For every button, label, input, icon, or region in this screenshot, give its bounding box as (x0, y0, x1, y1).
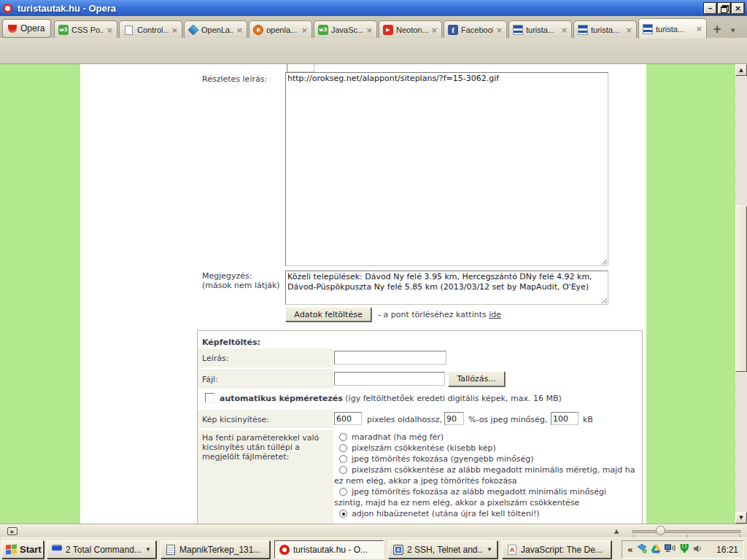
opera-menu-icon (8, 25, 17, 33)
tab-facebook[interactable]: fFacebook× (444, 20, 507, 39)
pdf-icon: A (508, 545, 516, 555)
address-bar: ← → ↻ http://turistautak.hu/poi.php?acti… (0, 38, 747, 64)
w3schools-icon: w3 (58, 25, 69, 35)
image-description-label: Leírás: (202, 354, 228, 363)
radio-icon[interactable] (339, 488, 347, 496)
tab-css[interactable]: w3CSS Po...× (54, 20, 117, 39)
shrink-label: Kép kicsinyítése: (202, 415, 269, 424)
radio-option[interactable]: jpeg tömörítés fokozása az alább megadot… (334, 486, 636, 508)
google-drive-icon[interactable] (651, 542, 661, 556)
turistautak-icon (578, 25, 588, 35)
taskbar-button-pdf[interactable]: A JavaScript: The De... (502, 540, 611, 559)
group-dropdown-icon[interactable]: ▼ (145, 546, 151, 553)
tab-neoton[interactable]: ▶Neoton...× (379, 20, 442, 39)
file-label: Fájl: (202, 375, 218, 384)
tab-javascript[interactable]: w3JavaSc...× (314, 20, 377, 39)
dropbox-icon[interactable] (637, 542, 647, 556)
radio-option[interactable]: maradhat (ha még fér) (334, 432, 636, 443)
file-input[interactable] (334, 372, 445, 386)
tab-list-chevron-icon[interactable]: ▾ (731, 26, 735, 35)
radio-icon[interactable] (339, 466, 347, 474)
tab-close-icon[interactable]: × (107, 26, 113, 35)
zoom-slider-handle[interactable] (656, 526, 665, 535)
network-signal-icon[interactable] (665, 542, 676, 556)
start-button[interactable]: Start (1, 540, 44, 559)
vertical-scrollbar[interactable]: ▲ ▼ (735, 64, 747, 524)
tab-turista-1[interactable]: turista...× (508, 20, 572, 39)
turistautak-icon (643, 24, 653, 34)
restore-button[interactable] (718, 3, 730, 14)
scroll-down-button[interactable]: ▼ (735, 512, 747, 524)
image-upload-heading: Képfeltöltés: (202, 338, 260, 347)
tab-close-icon[interactable]: × (171, 26, 178, 35)
new-tab-button[interactable]: + (709, 23, 725, 36)
tab-close-icon[interactable]: × (561, 26, 568, 35)
tab-close-icon[interactable]: × (301, 26, 308, 35)
tab-openla[interactable]: openla...× (249, 20, 312, 39)
zoom-up-icon[interactable]: ▲ (614, 528, 619, 534)
upload-data-button[interactable]: Adatok feltöltése (285, 307, 371, 322)
tab-close-icon[interactable]: × (696, 24, 703, 34)
radio-option[interactable]: jpeg tömörítés fokozása (gyengébb minősé… (334, 454, 636, 464)
scroll-up-button[interactable]: ▲ (735, 64, 747, 76)
close-button[interactable]: × (732, 3, 744, 14)
max-kb-input[interactable] (551, 412, 578, 425)
zoom-slider-track[interactable] (632, 530, 741, 533)
system-tray: « Ψ 16:21 (622, 540, 744, 559)
compass-icon (253, 25, 263, 35)
notepad-icon (166, 545, 175, 555)
clipped-top-input[interactable] (287, 64, 314, 72)
tab-close-icon[interactable]: × (236, 26, 243, 35)
radio-selected-icon[interactable] (339, 510, 347, 518)
opera-icon (279, 545, 290, 555)
turistautak-icon (513, 25, 523, 35)
tab-control[interactable]: Control...× (119, 20, 182, 39)
oversize-radio-group: maradhat (ha még fér) pixelszám csökkent… (334, 432, 636, 519)
windows-flag-icon (6, 544, 17, 555)
page-viewport: Részletes leírás: http://orokseg.net/ala… (0, 64, 747, 524)
volume-icon[interactable] (693, 542, 703, 556)
image-description-input[interactable] (334, 351, 446, 365)
taskbar-button-total-commander[interactable]: 2 Total Command... ▼ (47, 540, 156, 559)
psi-app-icon[interactable]: Ψ (680, 544, 689, 555)
opera-menu-button[interactable]: Opera (2, 19, 51, 38)
comment-sublabel: (mások nem látják) (202, 281, 280, 290)
youtube-icon: ▶ (383, 25, 393, 35)
auto-resize-checkbox[interactable] (205, 393, 214, 402)
tab-openlayers[interactable]: OpenLa...× (184, 20, 247, 39)
browse-button[interactable]: Tallózás... (448, 371, 505, 386)
opera-menu-label: Opera (20, 23, 44, 34)
taskbar-button-ssh[interactable]: 2 SSH, Telnet and... ▼ (388, 540, 498, 559)
tab-close-icon[interactable]: × (496, 26, 503, 35)
group-dropdown-icon[interactable]: ▼ (487, 546, 492, 553)
comment-textarea[interactable]: Közeli települések: Dávod Ny felé 3.95 k… (285, 271, 608, 305)
tab-turista-active[interactable]: turista...× (638, 18, 707, 39)
start-label: Start (20, 544, 42, 555)
radio-option[interactable]: pixelszám csökkentése (kisebb kép) (334, 443, 636, 454)
panel-toggle-icon[interactable]: ▶ (7, 527, 18, 535)
auto-resize-label: automatikus képméretezés (így feltölthet… (220, 394, 562, 403)
tab-turista-2[interactable]: turista...× (573, 20, 637, 39)
scrollbar-thumb[interactable] (735, 206, 747, 372)
delete-point-link[interactable]: ide (489, 310, 501, 319)
window-titlebar: turistautak.hu - Opera – × (0, 0, 747, 16)
tab-close-icon[interactable]: × (431, 26, 438, 35)
tab-close-icon[interactable]: × (366, 26, 373, 35)
restore-icon (721, 5, 727, 11)
tab-close-icon[interactable]: × (626, 26, 632, 35)
pixel-size-input[interactable] (334, 412, 362, 425)
radio-icon[interactable] (339, 433, 347, 441)
radio-option[interactable]: pixelszám csökkentése az alább megadott … (334, 464, 636, 486)
taskbar-button-opera-active[interactable]: turistautak.hu - O... (274, 540, 384, 559)
jpeg-quality-input[interactable] (444, 412, 464, 425)
window-title: turistautak.hu - Opera (18, 3, 116, 14)
w3schools-icon: w3 (318, 25, 328, 35)
radio-option-selected[interactable]: adjon hibaüzenetet (utána újra fel kell … (334, 508, 636, 519)
detailed-description-textarea[interactable]: http://orokseg.net/alappont/siteplans/?f… (285, 72, 608, 266)
taskbar-button-mapnik[interactable]: MapnikTerkep_131... (160, 540, 270, 559)
radio-icon[interactable] (339, 444, 347, 452)
radio-icon[interactable] (339, 455, 347, 463)
tray-collapse-icon[interactable]: « (627, 545, 633, 555)
minimize-button[interactable]: – (704, 3, 716, 14)
kb-unit-text: kB (583, 415, 593, 424)
